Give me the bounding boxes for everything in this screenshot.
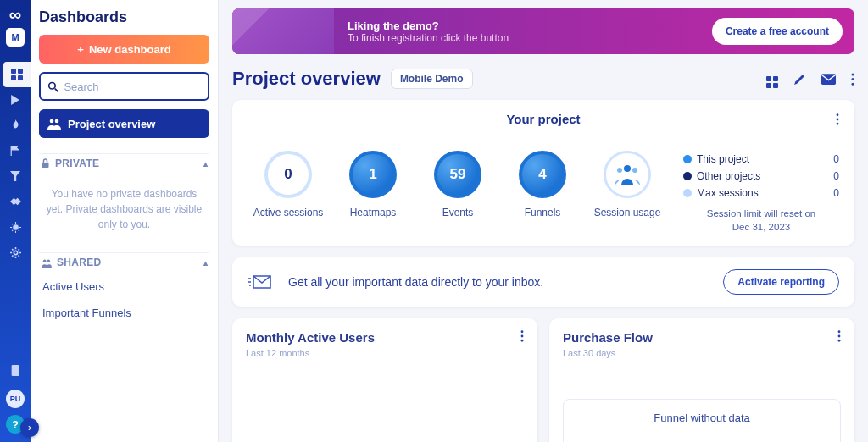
svg-point-23 (838, 335, 841, 338)
private-label: PRIVATE (55, 157, 99, 169)
inbox-text: Get all your important data directly to … (288, 275, 708, 289)
create-account-button[interactable]: Create a free account (712, 18, 843, 45)
svg-point-20 (521, 335, 524, 338)
flame-icon (10, 119, 20, 131)
logo-icon: ∞ (9, 5, 21, 25)
legend-row: This project 0 (683, 151, 839, 168)
grid-icon (766, 76, 778, 88)
layout-button[interactable] (766, 69, 778, 88)
edit-button[interactable] (793, 73, 806, 86)
svg-point-22 (838, 331, 841, 334)
retention-icon (10, 196, 21, 207)
private-section-header[interactable]: PRIVATE ▴ (39, 153, 209, 174)
rail-item-dashboards[interactable] (3, 62, 31, 87)
gear-icon (10, 247, 21, 258)
legend-value: 0 (833, 153, 839, 165)
svg-point-12 (852, 82, 854, 85)
collapse-icon: ▴ (203, 258, 208, 268)
search-input[interactable] (64, 80, 201, 93)
sidebar-panel: Dashboards + New dashboard Project overv… (31, 0, 219, 442)
metric-funnels[interactable]: 4 Funnels (502, 151, 583, 218)
legend-value: 0 (833, 187, 839, 199)
bug-icon (10, 222, 21, 233)
play-icon (10, 95, 20, 105)
svg-rect-9 (821, 74, 836, 85)
new-dashboard-label: New dashboard (89, 43, 171, 56)
funnel-icon (10, 171, 20, 181)
legend-row: Other projects 0 (683, 168, 839, 185)
activate-reporting-button[interactable]: Activate reporting (723, 269, 839, 295)
rail-item-play[interactable] (0, 87, 31, 113)
search-box[interactable] (39, 72, 209, 101)
new-dashboard-button[interactable]: + New dashboard (39, 35, 209, 64)
funnel-empty-state: Funnel without data (563, 399, 841, 442)
envelope-icon (821, 74, 836, 85)
svg-point-19 (521, 331, 524, 334)
users-icon (41, 258, 52, 268)
rail-item-settings[interactable] (0, 240, 31, 265)
legend-dot (683, 172, 692, 180)
svg-point-0 (13, 224, 19, 230)
nav-project-overview[interactable]: Project overview (39, 109, 209, 138)
rail-item-flags[interactable] (0, 138, 31, 163)
svg-point-21 (521, 340, 524, 342)
widget-title: Purchase Flow (563, 330, 653, 345)
metric-session-usage[interactable]: Session usage (587, 151, 668, 218)
legend-name: Other projects (697, 170, 760, 182)
banner-graphic (232, 8, 334, 54)
user-avatar[interactable]: PU (6, 390, 25, 408)
widget-menu-button[interactable] (520, 330, 524, 342)
promo-banner: Liking the demo? To finish registration … (232, 8, 854, 54)
kebab-icon (836, 113, 839, 125)
private-empty-message: You have no private dashboards yet. Priv… (39, 174, 209, 249)
rail-item-docs[interactable] (0, 357, 31, 383)
svg-point-24 (838, 340, 841, 342)
metric-label: Session usage (594, 207, 661, 218)
nav-rail: ∞ M PU ? (0, 0, 31, 442)
flag-icon (10, 146, 20, 156)
metric-label: Active sessions (253, 207, 324, 218)
sidebar-title: Dashboards (39, 8, 209, 26)
svg-point-4 (50, 119, 54, 124)
shared-section-header[interactable]: SHARED ▴ (39, 252, 209, 273)
inbox-send-icon (248, 273, 273, 290)
shared-item-active-users[interactable]: Active Users (39, 273, 209, 300)
legend-dot (683, 155, 692, 163)
plus-icon: + (77, 43, 84, 56)
people-group-icon (613, 160, 642, 189)
mau-widget: Monthly Active Users Last 12 months (232, 318, 537, 442)
metric-events[interactable]: 59 Events (417, 151, 498, 218)
legend-name: Max sessions (697, 187, 759, 199)
rail-expand-button[interactable]: › (20, 418, 39, 437)
kebab-icon (837, 330, 841, 342)
metric-heatmaps[interactable]: 1 Heatmaps (332, 151, 414, 218)
email-button[interactable] (821, 74, 836, 85)
widget-menu-button[interactable] (837, 330, 841, 342)
page-title: Project overview (232, 68, 381, 90)
card-menu-button[interactable] (836, 113, 839, 125)
rail-item-issues[interactable] (0, 214, 31, 240)
shared-item-important-funnels[interactable]: Important Funnels (39, 300, 209, 326)
rail-item-funnels[interactable] (0, 163, 31, 189)
people-icon (47, 118, 61, 130)
workspace-badge[interactable]: M (6, 28, 25, 47)
svg-point-1 (14, 251, 17, 254)
svg-point-18 (632, 168, 637, 173)
kebab-icon (851, 73, 854, 86)
project-chip[interactable]: Mobile Demo (391, 69, 473, 89)
card-title: Your project (506, 112, 580, 126)
svg-point-13 (837, 113, 839, 116)
metric-value: 1 (349, 151, 397, 198)
metric-label: Events (442, 207, 474, 218)
session-legend: This project 0 Other projects 0 Max sess… (671, 151, 839, 234)
session-usage-ring (604, 151, 651, 198)
widget-title: Monthly Active Users (246, 330, 375, 345)
metric-label: Heatmaps (350, 207, 397, 218)
rail-item-heatmaps[interactable] (0, 113, 31, 138)
svg-point-7 (43, 259, 47, 262)
svg-rect-6 (42, 163, 49, 168)
rail-item-retention[interactable] (0, 189, 31, 214)
legend-value: 0 (833, 170, 839, 182)
more-button[interactable] (851, 73, 854, 86)
metric-active-sessions[interactable]: 0 Active sessions (248, 151, 329, 218)
